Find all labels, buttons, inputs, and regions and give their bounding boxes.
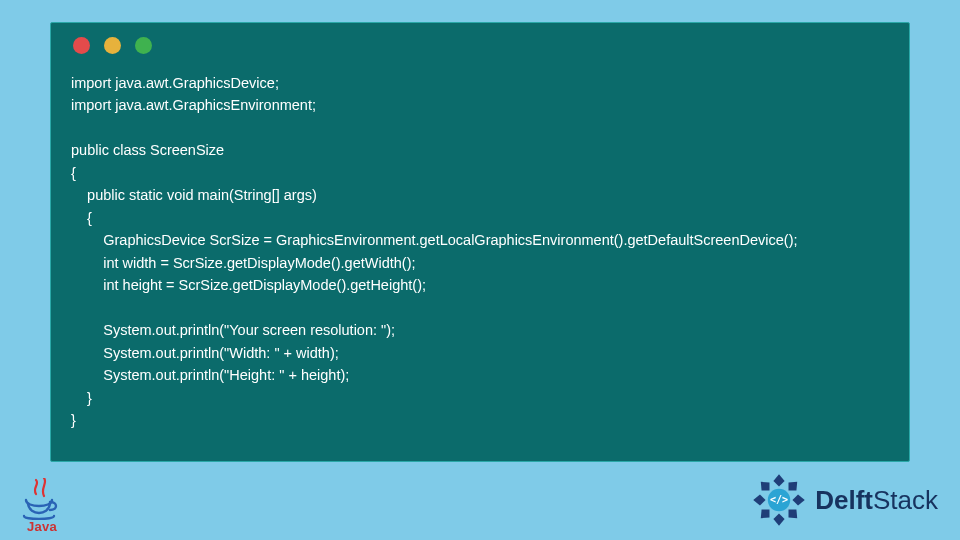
java-cup-icon xyxy=(22,498,62,520)
svg-marker-0 xyxy=(774,474,785,486)
delftstack-label: DelftStack xyxy=(815,485,938,516)
svg-marker-5 xyxy=(757,506,774,523)
minimize-icon[interactable] xyxy=(104,37,121,54)
close-icon[interactable] xyxy=(73,37,90,54)
svg-marker-3 xyxy=(793,494,805,505)
java-steam-icon xyxy=(30,478,56,500)
svg-marker-6 xyxy=(757,478,774,495)
delftstack-badge-icon: </> xyxy=(751,472,807,528)
svg-marker-7 xyxy=(785,506,802,523)
svg-text:</>: </> xyxy=(770,494,788,505)
code-window: import java.awt.GraphicsDevice; import j… xyxy=(50,22,910,462)
footer: Java </> xyxy=(0,464,960,534)
code-block: import java.awt.GraphicsDevice; import j… xyxy=(71,72,889,432)
svg-marker-1 xyxy=(774,513,785,525)
java-label: Java xyxy=(18,519,66,534)
window-traffic-lights xyxy=(73,37,889,54)
svg-marker-4 xyxy=(785,478,802,495)
java-logo: Java xyxy=(18,484,66,534)
delftstack-logo: </> DelftStack xyxy=(751,472,938,528)
svg-marker-2 xyxy=(753,494,765,505)
maximize-icon[interactable] xyxy=(135,37,152,54)
